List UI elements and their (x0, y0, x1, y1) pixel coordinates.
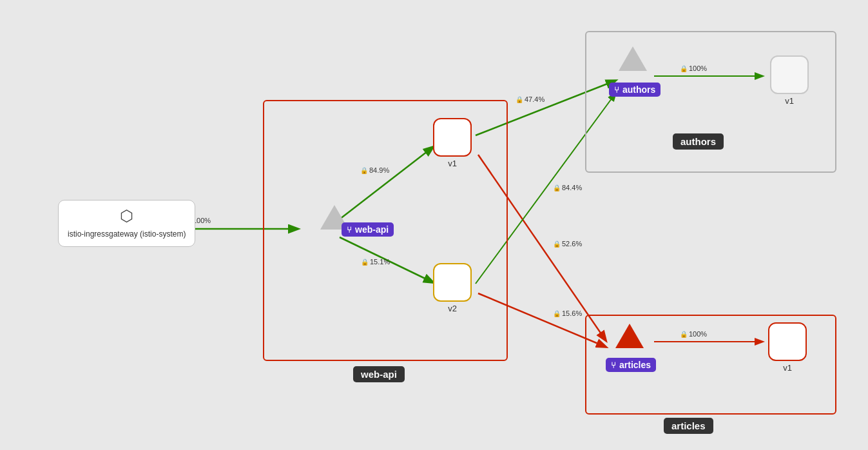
articles-badge[interactable]: ⑂ articles (606, 358, 656, 372)
pct-v2-authors: 🔒 52.6% (553, 240, 582, 248)
authors-triangle (619, 46, 647, 71)
pct-v1-authors: 🔒 47.4% (516, 95, 545, 103)
webapi-v2-box[interactable] (433, 263, 472, 302)
authors-triangle-node (619, 46, 647, 71)
lock-icon-5: 🔒 (553, 184, 561, 191)
authors-badge[interactable]: ⑂ authors (609, 83, 661, 97)
pct-value-v1-authors: 47.4% (525, 95, 545, 103)
webapi-group-label: web-api (353, 366, 405, 382)
articles-label: articles (619, 360, 651, 370)
authors-v1-label: v1 (785, 96, 794, 106)
articles-v1-node: v1 (768, 322, 807, 373)
authors-label: authors (622, 84, 655, 95)
authors-v1-node: v1 (770, 55, 809, 106)
webapi-v2-node: v2 (433, 263, 472, 313)
lock-icon-6: 🔒 (553, 240, 561, 248)
gateway-icon: ⬡ (120, 207, 133, 225)
articles-triangle-node (615, 324, 644, 348)
pct-value-v2-authors: 52.6% (562, 240, 582, 248)
authors-group-label: authors (673, 133, 724, 150)
pct-v1-articles: 🔒 84.4% (553, 184, 582, 191)
pct-value-v2-articles: 15.6% (562, 309, 582, 317)
diagram-container: 🔒 100% 🔒 84.9% 🔒 15.1% 🔒 47.4% 🔒 84.4% 🔒… (0, 0, 868, 450)
articles-triangle (615, 324, 644, 348)
webapi-badge[interactable]: ⑂ web-api (342, 222, 394, 237)
gateway-label: istio-ingressgateway (istio-system) (68, 229, 186, 240)
pct-value-v1-articles: 84.4% (562, 184, 582, 191)
pct-value-gateway-webapi: 100% (193, 217, 211, 224)
authors-v1-box[interactable] (770, 55, 809, 94)
webapi-v2-label: v2 (448, 304, 457, 313)
webapi-v1-node: v1 (433, 118, 472, 168)
articles-fork-icon: ⑂ (611, 360, 616, 370)
articles-v1-label: v1 (783, 363, 792, 373)
authors-fork-icon: ⑂ (614, 85, 619, 95)
gateway-node[interactable]: ⬡ istio-ingressgateway (istio-system) (58, 200, 195, 247)
webapi-label: web-api (355, 224, 389, 235)
pct-v2-articles: 🔒 15.6% (553, 309, 582, 317)
webapi-v1-label: v1 (448, 159, 457, 168)
lock-icon-7: 🔒 (553, 310, 561, 317)
articles-group-label: articles (664, 418, 713, 434)
lock-icon-4: 🔒 (516, 96, 523, 103)
webapi-fork-icon: ⑂ (347, 225, 352, 235)
webapi-v1-box[interactable] (433, 118, 472, 157)
articles-v1-box[interactable] (768, 322, 807, 361)
